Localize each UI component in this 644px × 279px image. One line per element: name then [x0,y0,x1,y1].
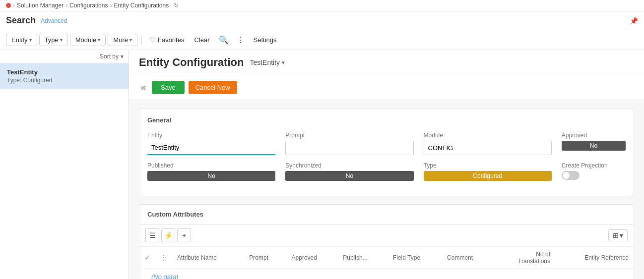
content-area: Entity Configuration TestEntity ▾ « Save… [129,50,644,279]
more-options-btn[interactable]: ⋮ [234,33,248,47]
breadcrumb-configurations[interactable]: Configurations [69,2,108,9]
breadcrumb-solution-manager[interactable]: Solution Manager [17,2,64,9]
prompt-group: Prompt [285,132,413,155]
page-header: Entity Configuration TestEntity ▾ [129,50,644,75]
col-prompt[interactable]: Prompt [244,247,286,269]
general-section: General Entity Prompt Module [139,108,634,196]
form-area: General Entity Prompt Module [129,100,644,279]
approved-label: Approved [562,132,626,139]
clear-btn[interactable]: Clear [190,34,213,46]
module-group: Module [424,132,552,155]
sidebar: Sort by ▾ TestEntity Type: Configured [0,50,129,279]
chevron-down-icon: ▾ [98,37,100,43]
chevron-down-icon: ▾ [282,59,285,66]
advanced-link[interactable]: Advanced [41,17,67,24]
create-projection-label: Create Projection [562,162,626,169]
table-header-row: ✓ ⋮ Attribute Name Prompt Approved Publi… [139,247,634,269]
entity-badge[interactable]: TestEntity ▾ [250,58,285,66]
chevron-down-icon: ▾ [129,37,132,43]
filter-btn[interactable]: ⚡ [161,228,175,242]
type-group: Type Configured [424,162,552,181]
more-filter-btn[interactable]: More ▾ [108,34,137,46]
chevron-down-icon: ▾ [620,231,623,239]
module-label: Module [424,132,552,139]
form-row-2: Published No Synchronized No Type Config… [147,162,626,181]
page-title: Entity Configuration [139,56,244,69]
no-data-label: (No data) [144,267,185,279]
filter-bar: Entity ▾ Type ▾ Module ▾ More ▾ ♡ Favori… [0,30,644,50]
chevron-down-icon[interactable]: ▾ [121,53,124,60]
form-row-1: Entity Prompt Module Approved No [147,132,626,155]
entity-group: Entity [147,132,275,155]
entity-filter-btn[interactable]: Entity ▾ [6,34,37,46]
create-projection-toggle[interactable] [562,171,580,180]
custom-attrs-title: Custom Attributes [139,205,634,224]
no-data-row: (No data) [139,269,634,279]
entity-name: TestEntity [250,58,280,66]
toolbar-left: ☰ ⚡ + [145,228,191,242]
general-section-title: General [147,116,626,126]
chevron-down-icon: ▾ [29,37,32,43]
custom-attrs-table: ✓ ⋮ Attribute Name Prompt Approved Publi… [139,247,634,279]
published-badge: No [147,171,275,181]
save-button[interactable]: Save [152,81,185,94]
search-bar: Search Advanced 📌 [0,11,644,30]
breadcrumb-entity-configurations[interactable]: Entity Configurations [114,2,169,9]
settings-btn[interactable]: Settings [250,34,281,46]
synchronized-label: Synchronized [285,162,413,169]
grid-icon: ⊞ [613,231,619,239]
custom-attrs-toolbar: ☰ ⚡ + ⊞ ▾ [139,224,634,247]
back-btn[interactable]: « [139,80,148,95]
pin-icon[interactable]: 📌 [630,17,638,25]
sortby-bar: Sort by ▾ [0,50,129,63]
entity-label: Entity [147,132,275,139]
prompt-input[interactable] [285,141,413,155]
sidebar-item[interactable]: TestEntity Type: Configured [0,63,129,89]
col-comment[interactable]: Comment [442,247,494,269]
col-dots: ⋮ [155,247,172,269]
main-layout: Sort by ▾ TestEntity Type: Configured En… [0,50,644,279]
module-input[interactable] [424,141,552,155]
search-icon-btn[interactable]: 🔍 [216,33,232,47]
sidebar-item-name: TestEntity [7,68,122,76]
approved-badge: No [562,141,626,151]
chevron-down-icon: ▾ [60,37,63,43]
toolbar: « Save Cancel New [129,75,644,100]
synchronized-badge: No [285,171,413,181]
favorites-btn[interactable]: ♡ Favorites [146,34,188,46]
heart-icon: ♡ [150,36,156,44]
col-field-type[interactable]: Field Type [388,247,442,269]
module-filter-btn[interactable]: Module ▾ [70,34,106,46]
grid-view-btn[interactable]: ⊞ ▾ [608,229,628,241]
type-filter-btn[interactable]: Type ▾ [39,34,68,46]
approved-group: Approved No [562,132,626,155]
add-btn[interactable]: + [177,228,191,242]
synchronized-group: Synchronized No [285,162,413,181]
published-group: Published No [147,162,275,181]
cancel-new-button[interactable]: Cancel New [189,81,237,94]
col-published[interactable]: Publish... [338,247,388,269]
create-projection-group: Create Projection [562,162,626,181]
col-attribute-name[interactable]: Attribute Name [172,247,244,269]
col-check: ✓ [139,247,155,269]
prompt-label: Prompt [285,132,413,139]
status-dot [6,3,11,8]
breadcrumb: › Solution Manager › Configurations › En… [0,0,644,11]
type-label: Type [424,162,552,169]
search-title: Search [6,15,36,26]
col-approved[interactable]: Approved [287,247,338,269]
entity-input[interactable] [147,141,275,155]
sidebar-item-sub: Type: Configured [7,77,122,84]
col-entity-reference[interactable]: Entity Reference [555,247,634,269]
filter-separator [141,35,142,45]
col-no-translations[interactable]: No ofTranslations [494,247,555,269]
published-label: Published [147,162,275,169]
list-view-btn[interactable]: ☰ [145,228,159,242]
refresh-icon[interactable]: ↻ [174,2,179,9]
custom-attrs-section: Custom Attributes ☰ ⚡ + ⊞ ▾ [139,204,634,279]
type-badge: Configured [424,171,552,181]
